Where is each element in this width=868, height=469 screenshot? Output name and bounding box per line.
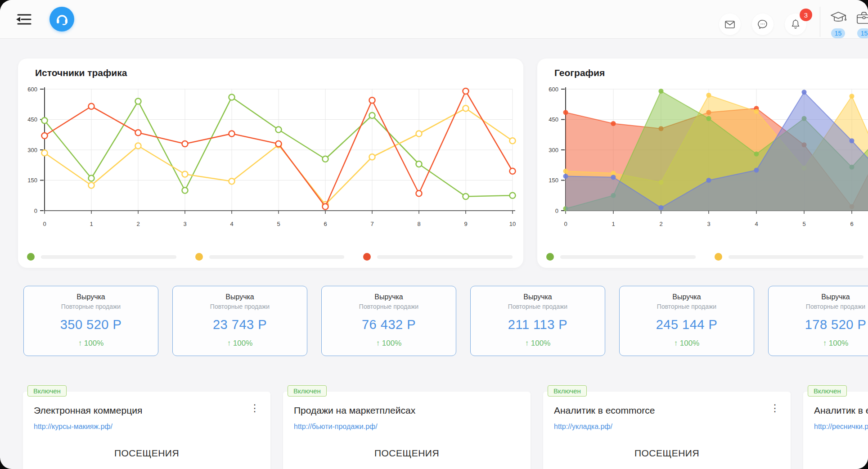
mail-button[interactable] (719, 14, 741, 35)
headset-icon (55, 13, 69, 26)
svg-text:9: 9 (464, 221, 467, 227)
stat-card-header: ВыручкаПовторные продажи (210, 293, 270, 310)
project-url-link[interactable]: http://реснички.рф/ (814, 423, 868, 431)
notifications-count-badge: 3 (800, 9, 812, 21)
kebab-menu-button[interactable]: ⋮ (250, 403, 260, 413)
stat-delta-badge: ↑ 100% (227, 339, 253, 348)
header-divider (820, 7, 820, 37)
svg-text:150: 150 (27, 177, 37, 184)
traffic-sources-card: Источники трафика 0150300450600012345678… (18, 59, 523, 268)
app-logo[interactable] (49, 7, 74, 32)
stat-title: Выручка (657, 293, 716, 301)
project-title: Электронная коммерция (34, 405, 247, 416)
green-slider-handle[interactable] (27, 253, 35, 261)
stat-subtitle: Повторные продажи (61, 303, 121, 310)
traffic-sources-title: Источники трафика (35, 68, 127, 78)
red-slider-handle[interactable] (363, 253, 371, 261)
project-url-link[interactable]: http://курсы-макияж.рф/ (34, 423, 260, 431)
svg-text:0: 0 (43, 221, 46, 227)
red-slider[interactable] (363, 253, 513, 261)
svg-text:3: 3 (183, 221, 186, 227)
svg-text:4: 4 (230, 221, 233, 227)
briefcase-icon (856, 11, 868, 25)
project-title: Аналитик в ecommorce (814, 405, 868, 416)
education-count-badge: 15 (831, 28, 845, 38)
top-header: 3 15 15 (0, 0, 868, 39)
svg-text:0: 0 (34, 207, 37, 214)
svg-text:5: 5 (277, 221, 280, 227)
sidebar-collapse-icon (14, 13, 32, 26)
kebab-menu-button[interactable]: ⋮ (770, 403, 780, 413)
education-nav-button[interactable] (830, 11, 846, 27)
visits-section-label: ПОСЕЩЕНИЯ (283, 448, 531, 459)
svg-text:5: 5 (802, 221, 805, 227)
project-url-link[interactable]: http://бьюти-продажи.рф/ (294, 423, 520, 431)
slider-track[interactable] (209, 255, 345, 259)
stat-card-header: ВыручкаПовторные продажи (61, 293, 121, 310)
project-card: ВключенАналитик в ecommorce⋮http://уклад… (543, 392, 791, 469)
geography-sliders (546, 253, 868, 261)
graduation-cap-icon (830, 11, 846, 25)
stat-value: 178 520 Р (805, 317, 867, 332)
bell-icon (791, 19, 800, 30)
green-slider[interactable] (546, 253, 696, 261)
stat-delta-badge: ↑ 100% (823, 339, 849, 348)
chat-icon (758, 20, 768, 29)
stat-subtitle: Повторные продажи (657, 303, 716, 310)
project-card: ВключенЭлектронная коммерция⋮http://курс… (23, 392, 270, 469)
green-slider-handle[interactable] (546, 253, 554, 261)
svg-text:3: 3 (707, 221, 710, 227)
stat-title: Выручка (359, 293, 418, 301)
svg-text:4: 4 (755, 221, 758, 227)
revenue-stat-card: ВыручкаПовторные продажи245 144 Р↑ 100% (619, 286, 754, 356)
chat-button[interactable] (752, 14, 774, 35)
stat-delta-badge: ↑ 100% (674, 339, 700, 348)
traffic-sources-chart: 0150300450600012345678910 (18, 85, 523, 235)
green-slider[interactable] (27, 253, 176, 261)
visits-section-label: ПОСЕЩЕНИЯ (23, 448, 270, 459)
slider-track[interactable] (560, 255, 696, 259)
sidebar-collapse-button[interactable] (13, 12, 33, 27)
yellow-slider[interactable] (715, 253, 864, 261)
stat-subtitle: Повторные продажи (210, 303, 270, 310)
stat-value: 76 432 Р (362, 317, 416, 332)
svg-text:6: 6 (850, 221, 853, 227)
svg-text:6: 6 (324, 221, 327, 227)
traffic-sources-sliders (27, 253, 513, 261)
svg-text:1: 1 (90, 221, 93, 227)
status-badge: Включен (288, 385, 327, 397)
svg-text:2: 2 (136, 221, 139, 227)
yellow-slider-handle[interactable] (195, 253, 203, 261)
slider-track[interactable] (729, 255, 864, 259)
stat-delta-badge: ↑ 100% (376, 339, 402, 348)
stat-title: Выручка (508, 293, 567, 301)
svg-text:1: 1 (612, 221, 615, 227)
cases-nav-button[interactable] (856, 11, 868, 27)
project-url-link[interactable]: http://укладка.рф/ (554, 423, 780, 431)
svg-text:0: 0 (564, 221, 567, 227)
svg-text:8: 8 (417, 221, 420, 227)
svg-text:150: 150 (549, 177, 558, 184)
stat-subtitle: Повторные продажи (359, 303, 418, 310)
stat-title: Выручка (806, 293, 865, 301)
svg-text:300: 300 (549, 147, 558, 153)
visits-section-label: ПОСЕЩЕНИЯ (543, 448, 791, 459)
yellow-slider[interactable] (195, 253, 345, 261)
status-badge: Включен (548, 385, 587, 397)
stat-value: 211 113 Р (508, 317, 567, 332)
revenue-stat-card: ВыручкаПовторные продажи211 113 Р↑ 100% (470, 286, 605, 356)
slider-track[interactable] (41, 255, 176, 259)
stat-value: 245 144 Р (656, 317, 718, 332)
revenue-stat-card: ВыручкаПовторные продажи76 432 Р↑ 100% (321, 286, 456, 356)
stat-card-header: ВыручкаПовторные продажи (359, 293, 418, 310)
status-badge: Включен (808, 385, 847, 397)
stat-value: 350 520 Р (60, 317, 122, 332)
stat-title: Выручка (210, 293, 270, 301)
svg-text:7: 7 (370, 221, 373, 227)
yellow-slider-handle[interactable] (715, 253, 722, 261)
revenue-stat-card: ВыручкаПовторные продажи23 743 Р↑ 100% (172, 286, 307, 356)
slider-track[interactable] (377, 255, 513, 259)
stat-card-header: ВыручкаПовторные продажи (657, 293, 716, 310)
cases-count-badge: 15 (857, 28, 868, 38)
revenue-stat-card: ВыручкаПовторные продажи178 520 Р↑ 100% (768, 286, 868, 356)
